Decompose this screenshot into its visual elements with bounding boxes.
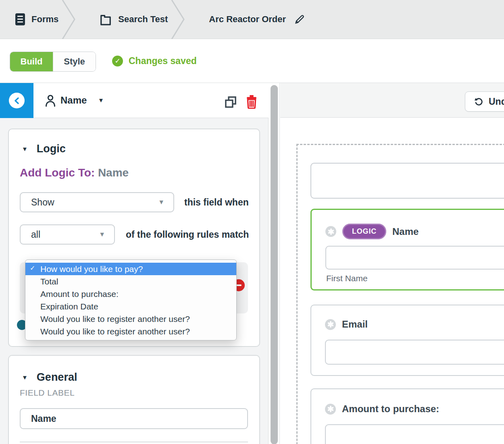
person-icon <box>44 94 56 107</box>
build-tab[interactable]: Build <box>10 52 53 71</box>
breadcrumb-label: Forms <box>31 14 58 25</box>
check-icon: ✓ <box>30 264 35 272</box>
field-label: Amount to purchase: <box>342 403 439 415</box>
dropdown-option[interactable]: Total <box>25 275 236 288</box>
logic-match-suffix: of the following rules match <box>126 229 249 240</box>
logic-match-select[interactable]: all ▼ <box>20 224 115 245</box>
collapse-panel-button[interactable] <box>0 83 33 118</box>
breadcrumb-label: Search Test <box>118 14 168 25</box>
general-section-header[interactable]: ▼ General <box>22 371 77 384</box>
breadcrumb-separator-icon <box>62 0 75 39</box>
rule-field-dropdown: ✓ How would you like to pay? Total Amoun… <box>25 259 237 340</box>
field-settings-header: Name ▼ <box>0 83 269 118</box>
undo-icon <box>473 96 484 107</box>
logic-section-title: Logic <box>37 143 66 155</box>
select-arrow-icon: ▼ <box>99 231 105 238</box>
delete-field-icon[interactable] <box>245 94 258 109</box>
required-asterisk-icon <box>325 226 336 237</box>
general-section-title: General <box>37 371 77 384</box>
collapse-triangle-icon: ▼ <box>22 374 28 381</box>
preview-toolbar: Undo <box>280 83 504 118</box>
folder-icon <box>100 13 112 25</box>
undo-button[interactable]: Undo <box>465 91 504 112</box>
edit-pencil-icon[interactable] <box>294 14 305 25</box>
panel-scrollbar-track[interactable] <box>269 83 280 444</box>
logic-section-header[interactable]: ▼ Logic <box>22 143 66 155</box>
required-asterisk-icon <box>325 404 336 415</box>
preview-field-email[interactable]: Email <box>310 305 504 376</box>
field-label-caption: FIELD LABEL <box>20 388 75 398</box>
select-arrow-icon: ▼ <box>158 199 165 206</box>
dropdown-option[interactable]: Expiration Date <box>25 300 236 313</box>
preview-field-name[interactable]: LOGIC Name First Name <box>310 209 504 290</box>
field-label: Name <box>392 226 419 237</box>
workspace: Name ▼ ▼ Logic Add Logic To: <box>0 83 504 444</box>
add-logic-heading: Add Logic To: Name <box>20 166 129 179</box>
logic-action-suffix: this field when <box>184 197 249 208</box>
chevron-down-icon[interactable]: ▼ <box>98 97 104 104</box>
logic-section-card: ▼ Logic Add Logic To: Name Show ▼ this f… <box>8 129 260 347</box>
divider <box>20 442 248 442</box>
field-settings-panel: Name ▼ ▼ Logic Add Logic To: <box>0 83 269 444</box>
email-input[interactable] <box>325 340 504 365</box>
save-status-text: Changes saved <box>129 56 197 66</box>
logic-badge: LOGIC <box>342 224 386 239</box>
save-status: ✓ Changes saved <box>112 56 197 66</box>
dropdown-option[interactable]: Would you like to register another user? <box>25 325 236 338</box>
form-canvas: LOGIC Name First Name Email Amo <box>280 118 504 444</box>
field-label-input[interactable]: Name <box>20 408 248 429</box>
form-title: Arc Reactor Order <box>209 14 286 25</box>
dropdown-option[interactable]: Would you like to register another user? <box>25 313 236 325</box>
dropdown-option[interactable]: Amount to purchase: <box>25 288 236 300</box>
breadcrumb-item-forms[interactable]: Forms <box>0 0 62 39</box>
mode-toolbar: Build Style ✓ Changes saved <box>0 39 504 83</box>
breadcrumb-item-current: Arc Reactor Order <box>185 0 308 39</box>
duplicate-field-icon[interactable] <box>224 95 238 109</box>
form-title-placeholder[interactable] <box>310 163 504 199</box>
required-asterisk-icon <box>325 319 336 330</box>
breadcrumb-item-folder[interactable]: Search Test <box>75 0 171 39</box>
selected-field-name: Name <box>60 95 87 106</box>
collapse-triangle-icon: ▼ <box>22 145 28 152</box>
breadcrumb: Forms Search Test Arc Reactor Order <box>0 0 504 39</box>
breadcrumb-separator-icon <box>171 0 185 39</box>
amount-input[interactable] <box>325 424 504 444</box>
check-circle-icon: ✓ <box>112 56 123 66</box>
style-tab[interactable]: Style <box>53 52 96 71</box>
build-style-toggle: Build Style <box>10 52 96 72</box>
general-section-card: ▼ General FIELD LABEL Name <box>8 355 260 444</box>
field-label: Email <box>342 319 368 330</box>
form-preview-panel: Undo LOGIC Name First Name <box>280 83 504 444</box>
preview-field-amount[interactable]: Amount to purchase: <box>310 388 504 444</box>
field-sublabel: First Name <box>326 274 368 283</box>
dropdown-option-selected[interactable]: ✓ How would you like to pay? <box>25 263 236 275</box>
logic-action-select[interactable]: Show ▼ <box>20 192 174 212</box>
forms-icon <box>15 13 25 25</box>
first-name-input[interactable] <box>325 246 504 270</box>
chevron-left-icon <box>9 93 25 108</box>
panel-scrollbar-thumb[interactable] <box>271 85 278 444</box>
